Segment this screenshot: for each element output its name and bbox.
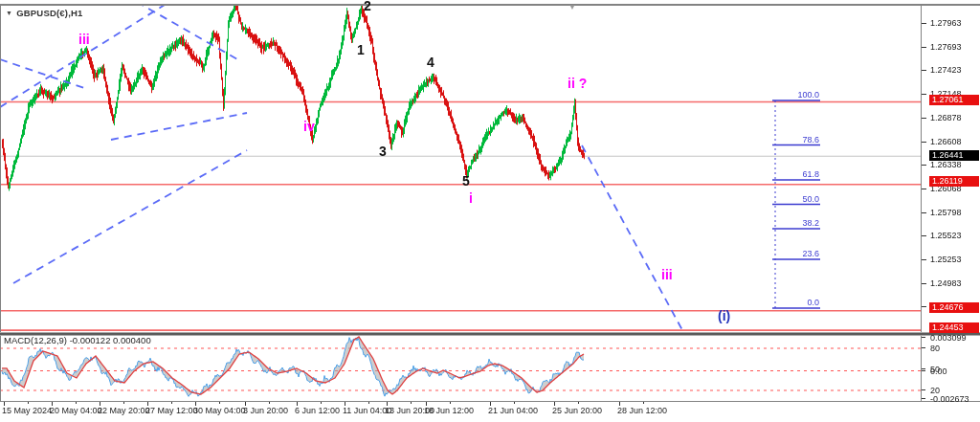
price-tick-label: 1.25253 [930, 255, 962, 264]
fib-level-label: 78.6 [775, 135, 819, 144]
price-tick-label: 1.26338 [930, 160, 962, 169]
price-level-badge: 1.27061 [929, 95, 979, 105]
macd-axis-label: -0.002673 [930, 394, 969, 404]
macd-axis-label: 80 [930, 344, 940, 353]
current-price-badge: 1.26441 [929, 150, 979, 161]
wave-label: 1 [357, 42, 365, 57]
wave-label: 3 [379, 144, 387, 159]
price-tick-label: 1.24983 [930, 278, 962, 288]
price-tick-label: 1.27963 [930, 18, 962, 28]
price-tick-label: 1.26878 [930, 113, 962, 122]
wave-label: iii [78, 32, 90, 47]
wave-label: 4 [427, 55, 434, 70]
last-bar-marker-icon: ▼ [568, 3, 576, 11]
chevron-down-icon[interactable]: ▼ [6, 10, 12, 16]
time-tick-label: 30 May 04:00 [193, 406, 246, 415]
time-tick-label: 3 Jun 20:00 [243, 406, 288, 415]
macd-indicator-label: MACD(12,26,9) -0.000122 0.000400 [4, 335, 151, 345]
fib-level-label: 38.2 [775, 218, 819, 228]
time-tick-label: 20 May 04:00 [50, 406, 102, 415]
fib-level-label: 0.0 [775, 298, 819, 307]
time-tick-label: 22 May 20:00 [98, 406, 150, 415]
price-level-badge: 1.26119 [929, 176, 979, 187]
macd-axis-label: 0.00 [930, 366, 947, 376]
wave-label: iii [661, 267, 673, 282]
price-level-badge: 1.24676 [929, 302, 979, 313]
chart-window: ▼GBPUSD(€),H1 ▼ MACD(12,26,9) -0.000122 … [0, 0, 980, 422]
time-tick-label: 18 Jun 12:00 [424, 406, 474, 415]
fib-level-label: 23.6 [775, 249, 819, 258]
time-tick-label: 27 May 12:00 [145, 406, 198, 415]
price-tick-label: 1.27693 [930, 42, 962, 52]
symbol-text: GBPUSD(€),H1 [16, 8, 82, 18]
price-tick-label: 1.26608 [930, 137, 962, 146]
price-tick-label: 1.27423 [930, 65, 962, 75]
fib-level-label: 50.0 [775, 194, 819, 204]
wave-label: 2 [364, 0, 371, 13]
fib-level-label: 61.8 [775, 169, 819, 179]
chart-canvas[interactable] [0, 0, 980, 422]
time-tick-label: 15 May 2024 [2, 406, 52, 415]
wave-label: (i) [718, 308, 730, 323]
symbol-timeframe-label[interactable]: ▼GBPUSD(€),H1 [6, 8, 83, 18]
price-tick-label: 1.25798 [930, 208, 962, 217]
wave-label: 5 [462, 173, 470, 189]
wave-label: i [469, 190, 473, 206]
time-tick-label: 21 Jun 04:00 [488, 406, 538, 415]
time-tick-label: 28 Jun 12:00 [617, 406, 667, 415]
price-level-badge: 1.24453 [929, 322, 979, 333]
wave-label: iv [303, 119, 315, 134]
macd-axis-label: 0.003099 [930, 333, 967, 343]
time-tick-label: 6 Jun 12:00 [295, 406, 340, 415]
wave-label: ii ? [568, 76, 587, 91]
price-tick-label: 1.25523 [930, 231, 962, 240]
fib-level-label: 100.0 [775, 90, 819, 100]
time-tick-label: 25 Jun 20:00 [552, 406, 602, 415]
